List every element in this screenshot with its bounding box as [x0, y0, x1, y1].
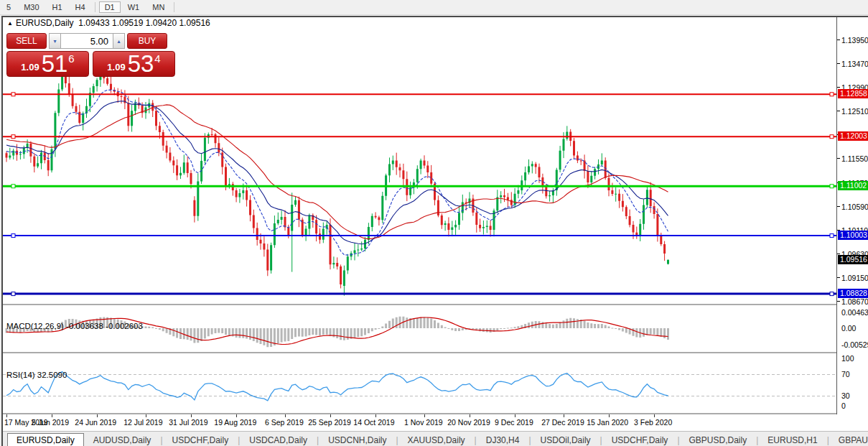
- date-tick: [515, 414, 515, 417]
- chart-tab-audusd-daily[interactable]: AUDUSD,Daily: [84, 433, 161, 446]
- chart-tab-usdchf-daily[interactable]: USDCHF,Daily: [163, 433, 238, 446]
- chart-tab-eurusd-h1[interactable]: EURUSD,H1: [758, 433, 826, 446]
- timeframe-toolbar: 5M30H1H4D1W1MN: [0, 0, 868, 15]
- sell-quote-box[interactable]: 1.09 51 6: [6, 51, 89, 77]
- buy-price-small: 1.09: [107, 62, 125, 73]
- current-price-label: 1.09516: [838, 255, 868, 264]
- date-tick: [52, 414, 52, 417]
- macd-axis-label: -0.005299: [841, 340, 868, 349]
- date-tick: [285, 414, 286, 417]
- chart-tab-xauusd-daily[interactable]: XAUUSD,Daily: [398, 433, 475, 446]
- level-price-label: 1.11002: [838, 181, 868, 190]
- timeframe-button-mn[interactable]: MN: [146, 1, 170, 13]
- timeframe-button-5[interactable]: 5: [1, 1, 17, 13]
- buy-price-sup: 4: [154, 52, 160, 65]
- chart-window: ▲EURUSD,Daily 1.09433 1.09519 1.09420 1.…: [1, 16, 868, 446]
- buy-price-big: 53: [128, 54, 154, 74]
- date-axis: 17 May 20195 Jun 201924 Jun 201912 Jul 2…: [3, 414, 836, 430]
- chart-tab-gbpusd-daily[interactable]: GBPUSD,Daily: [680, 433, 757, 446]
- level-price-label: 1.08828: [838, 289, 868, 298]
- date-tick-label: 14 Oct 2019: [353, 418, 394, 427]
- chart-title: ▲EURUSD,Daily 1.09433 1.09519 1.09420 1.…: [7, 18, 210, 28]
- date-tick: [375, 414, 376, 417]
- timeframe-button-m30[interactable]: M30: [18, 1, 45, 13]
- date-tick-label: 15 Jan 2020: [587, 418, 628, 427]
- price-tick-label: 1.13950: [841, 36, 868, 45]
- bull-candle-wicks: [10, 61, 668, 295]
- price-tick-label: 1.12510: [841, 107, 868, 116]
- chart-tab-usdcnh-daily[interactable]: USDCNH,Daily: [319, 433, 396, 446]
- toolbar-separator: [95, 2, 95, 12]
- symbol-arrow-icon: ▲: [7, 20, 13, 27]
- chart-ohlc-values: 1.09433 1.09519 1.09420 1.09516: [78, 18, 210, 28]
- chart-tab-bar: EURUSD,DailyAUDUSD,Daily|USDCHF,Daily|US…: [3, 431, 868, 446]
- date-tick-label: 20 Nov 2019: [447, 418, 490, 427]
- chart-symbol-label: EURUSD,Daily: [16, 18, 74, 28]
- volume-increase-button[interactable]: ▴: [113, 33, 125, 49]
- macd-axis-label: 0.00463: [841, 308, 868, 317]
- bear-candle-bodies: [6, 68, 666, 284]
- bear-candle-wicks: [6, 65, 665, 288]
- date-tick: [191, 414, 192, 417]
- level-handle[interactable]: [11, 135, 15, 139]
- price-tick-label: 1.13470: [841, 60, 868, 68]
- level-handle[interactable]: [11, 292, 15, 296]
- timeframe-button-h4[interactable]: H4: [70, 1, 91, 13]
- date-tick-label: 6 Sep 2019: [265, 418, 304, 427]
- date-tick: [564, 414, 564, 417]
- date-tick: [6, 414, 7, 417]
- date-tick-label: 9 Dec 2019: [495, 418, 533, 427]
- date-tick-label: 19 Aug 2019: [214, 418, 256, 427]
- date-tick-label: 27 Dec 2019: [541, 418, 584, 427]
- chart-tab-usdoil-daily[interactable]: USDOil,Daily: [531, 433, 600, 446]
- date-tick-label: 5 Jun 2019: [32, 418, 69, 427]
- level-handle[interactable]: [830, 135, 834, 139]
- level-price-label: 1.12858: [838, 89, 868, 98]
- ma-line-34: [6, 105, 668, 239]
- chart-tab-eurusd-daily[interactable]: EURUSD,Daily: [7, 433, 84, 446]
- chart-tab-usdchf-daily[interactable]: USDCHF,Daily: [602, 433, 678, 446]
- date-tick: [97, 414, 98, 417]
- price-tick-label: 1.08670: [841, 297, 868, 306]
- macd-indicator-label: MACD(12,26,9) -0.003638 -0.002603: [6, 322, 143, 330]
- price-tick-label: 1.10590: [841, 203, 868, 211]
- rsi-indicator-label: RSI(14) 32.5090: [6, 371, 67, 379]
- date-tick: [330, 414, 331, 417]
- level-handle[interactable]: [830, 292, 834, 296]
- ma-line-10: [6, 90, 668, 255]
- level-handle[interactable]: [11, 234, 15, 238]
- date-tick-label: 24 Jun 2019: [75, 418, 116, 427]
- date-tick: [236, 414, 237, 417]
- sell-button[interactable]: SELL: [6, 33, 47, 49]
- level-handle[interactable]: [830, 93, 834, 96]
- date-tick: [424, 414, 425, 417]
- date-tick: [654, 414, 655, 417]
- chart-tab-gbpaud-h1[interactable]: GBPAUD,H1: [829, 433, 868, 446]
- timeframe-button-w1[interactable]: W1: [122, 1, 146, 13]
- macd-axis-label: 0.00: [841, 324, 856, 333]
- level-handle[interactable]: [830, 185, 834, 188]
- level-price-label: 1.12003: [838, 131, 868, 141]
- chart-tab-dj30-h4[interactable]: DJ30,H4: [477, 433, 529, 446]
- date-tick: [146, 414, 146, 417]
- date-tick-label: 25 Sep 2019: [308, 418, 351, 427]
- rsi-axis-label: 100: [841, 354, 854, 363]
- level-handle[interactable]: [11, 93, 15, 96]
- buy-quote-box[interactable]: 1.09 53 4: [93, 51, 175, 77]
- date-tick-label: 1 Nov 2019: [404, 418, 443, 427]
- buy-button[interactable]: BUY: [127, 33, 167, 49]
- price-tick-label: 1.11550: [841, 154, 868, 163]
- timeframe-button-d1[interactable]: D1: [99, 1, 121, 13]
- volume-input[interactable]: [61, 33, 113, 49]
- timeframe-button-h1[interactable]: H1: [47, 1, 68, 13]
- sell-price-small: 1.09: [21, 62, 39, 73]
- toolbar-separator: [174, 2, 174, 12]
- price-tick-label: 1.09150: [841, 274, 868, 282]
- level-price-label: 1.10003: [838, 231, 868, 240]
- level-handle[interactable]: [11, 185, 15, 188]
- level-handle[interactable]: [830, 234, 834, 238]
- chart-tab-usdcad-daily[interactable]: USDCAD,Daily: [240, 433, 317, 446]
- price-axis: 1.139501.134701.129901.125101.120301.115…: [836, 17, 868, 414]
- sell-price-sup: 6: [68, 52, 74, 65]
- volume-decrease-button[interactable]: ▾: [49, 33, 61, 49]
